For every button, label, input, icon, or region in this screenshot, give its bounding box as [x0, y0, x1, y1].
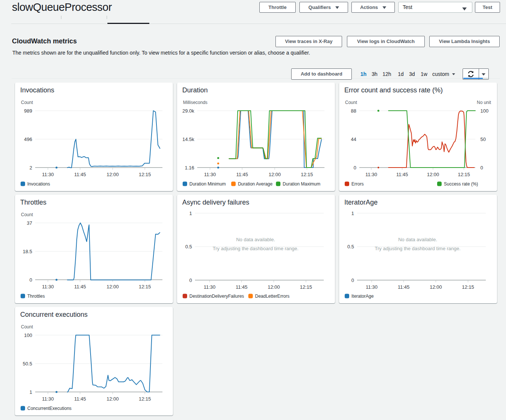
svg-text:Errors: Errors: [351, 181, 364, 187]
svg-text:1: 1: [30, 389, 32, 395]
svg-text:Count: Count: [21, 100, 33, 105]
svg-text:11:45: 11:45: [396, 172, 408, 177]
svg-text:1: 1: [351, 211, 354, 216]
svg-text:12:00: 12:00: [427, 172, 439, 177]
svg-text:ConcurrentExecutions: ConcurrentExecutions: [27, 406, 71, 411]
svg-text:Milliseconds: Milliseconds: [183, 100, 207, 105]
svg-text:12:00: 12:00: [268, 284, 280, 290]
svg-text:989: 989: [24, 108, 32, 114]
svg-text:11:30: 11:30: [365, 172, 377, 177]
svg-text:DeadLetterErrors: DeadLetterErrors: [255, 294, 290, 299]
svg-text:Success rate (%): Success rate (%): [444, 181, 478, 187]
svg-text:Count: Count: [345, 100, 357, 105]
svg-text:Duration: Duration: [182, 86, 208, 94]
svg-text:11:45: 11:45: [74, 172, 86, 177]
svg-text:12:15: 12:15: [139, 396, 151, 402]
svg-text:0: 0: [189, 278, 192, 283]
svg-text:100: 100: [481, 108, 489, 114]
svg-text:1: 1: [189, 211, 192, 216]
svg-text:11:45: 11:45: [398, 284, 410, 290]
svg-text:0: 0: [30, 277, 32, 283]
svg-text:Throttles: Throttles: [27, 294, 45, 299]
svg-text:1.16: 1.16: [185, 165, 194, 171]
svg-text:11:30: 11:30: [204, 172, 216, 177]
svg-text:Async delivery failures: Async delivery failures: [182, 199, 249, 206]
svg-text:29.0k: 29.0k: [182, 108, 194, 114]
svg-text:44: 44: [351, 137, 356, 142]
svg-text:12:00: 12:00: [430, 284, 442, 290]
svg-text:100: 100: [24, 332, 32, 338]
svg-text:50: 50: [481, 137, 486, 142]
svg-text:12:00: 12:00: [107, 172, 119, 177]
svg-text:Duration Minimum: Duration Minimum: [189, 181, 226, 187]
svg-text:12:00: 12:00: [107, 284, 119, 289]
svg-text:0.5: 0.5: [185, 244, 192, 249]
svg-text:11:30: 11:30: [42, 396, 54, 402]
svg-text:Count: Count: [21, 324, 33, 329]
svg-text:Count: Count: [21, 212, 33, 217]
svg-text:12:15: 12:15: [301, 172, 313, 177]
svg-text:12:15: 12:15: [139, 172, 151, 177]
svg-text:11:30: 11:30: [204, 284, 216, 290]
svg-text:No data available.: No data available.: [398, 237, 437, 242]
svg-text:DestinationDeliveryFailures: DestinationDeliveryFailures: [189, 294, 244, 299]
svg-text:18.5: 18.5: [23, 249, 32, 254]
svg-text:No data available.: No data available.: [236, 237, 275, 242]
svg-text:Try adjusting the dashboard ti: Try adjusting the dashboard time range.: [375, 246, 460, 251]
svg-text:Throttles: Throttles: [20, 199, 46, 206]
svg-text:496: 496: [24, 137, 32, 142]
svg-text:No unit: No unit: [477, 100, 491, 105]
svg-text:50.5: 50.5: [23, 361, 32, 367]
svg-text:2: 2: [30, 165, 32, 171]
svg-text:0.5: 0.5: [347, 244, 354, 249]
svg-text:Error count and success rate (: Error count and success rate (%): [344, 86, 443, 94]
svg-text:Concurrent executions: Concurrent executions: [20, 311, 88, 318]
svg-text:Duration Maximum: Duration Maximum: [283, 181, 320, 187]
svg-text:11:30: 11:30: [42, 284, 54, 289]
svg-text:Invocations: Invocations: [20, 86, 54, 94]
svg-text:Duration Average: Duration Average: [238, 181, 273, 187]
svg-text:11:30: 11:30: [42, 172, 54, 177]
svg-text:11:45: 11:45: [236, 284, 248, 290]
svg-text:11:45: 11:45: [74, 284, 86, 289]
svg-text:12:00: 12:00: [107, 396, 119, 402]
svg-text:Try adjusting the dashboard ti: Try adjusting the dashboard time range.: [213, 246, 298, 251]
svg-text:12:15: 12:15: [139, 284, 151, 289]
svg-text:12:15: 12:15: [458, 172, 470, 177]
svg-text:14.5k: 14.5k: [182, 137, 194, 142]
svg-text:37: 37: [27, 220, 32, 226]
svg-text:IteratorAge: IteratorAge: [344, 199, 378, 206]
svg-text:12:15: 12:15: [462, 284, 474, 290]
svg-text:0: 0: [481, 165, 483, 171]
svg-text:12:15: 12:15: [300, 284, 312, 290]
svg-text:12:00: 12:00: [269, 172, 281, 177]
svg-text:11:45: 11:45: [236, 172, 248, 177]
svg-text:11:45: 11:45: [74, 396, 86, 402]
svg-text:88: 88: [351, 108, 356, 114]
svg-text:11:30: 11:30: [366, 284, 378, 290]
svg-text:0: 0: [354, 165, 356, 171]
svg-text:Invocations: Invocations: [27, 181, 50, 187]
svg-text:IteratorAge: IteratorAge: [351, 294, 374, 299]
svg-text:0: 0: [351, 278, 354, 283]
